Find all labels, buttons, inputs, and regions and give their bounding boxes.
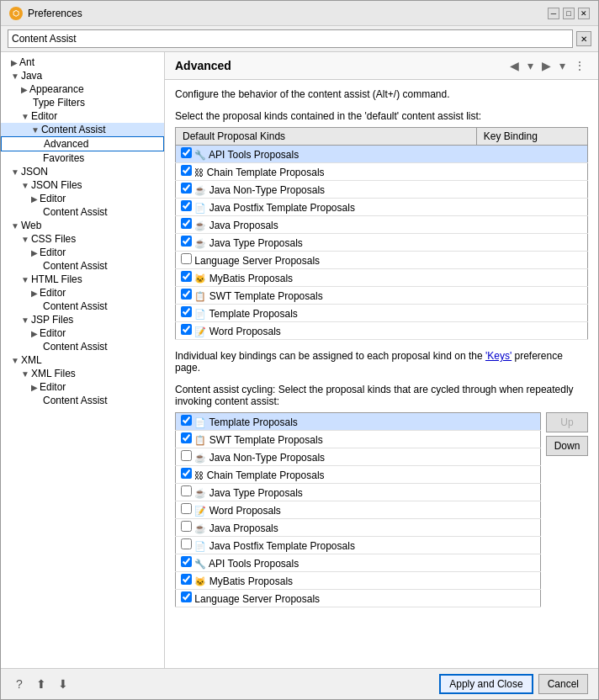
list-item[interactable]: 📄 Template Proposals (176, 413, 541, 431)
sidebar-item-json-files[interactable]: ▼ JSON Files (1, 178, 164, 192)
cycling-icon: ☕ (194, 488, 206, 498)
cycling-checkbox-9[interactable] (181, 574, 192, 585)
keys-link[interactable]: 'Keys' (485, 350, 512, 362)
down-button[interactable]: Down (546, 436, 588, 456)
cycling-checkbox-1[interactable] (181, 432, 192, 443)
list-item[interactable]: Language Server Proposals (176, 590, 541, 607)
sidebar-item-xml-content-assist[interactable]: Content Assist (1, 394, 164, 407)
forward-button[interactable]: ▶ (539, 59, 554, 72)
minimize-button[interactable]: ─ (548, 8, 559, 19)
window-controls: ─ □ ✕ (548, 8, 590, 19)
table-row[interactable]: 📝 Word Proposals (176, 322, 588, 340)
sidebar-item-html-files[interactable]: ▼ HTML Files (1, 273, 164, 286)
sidebar-item-ant[interactable]: ▶ Ant (1, 56, 164, 69)
up-button[interactable]: Up (546, 412, 588, 432)
table-row[interactable]: ☕ Java Non-Type Proposals (176, 181, 588, 199)
list-item[interactable]: 🐱 MyBatis Proposals (176, 572, 541, 590)
list-item[interactable]: 📋 SWT Template Proposals (176, 431, 541, 448)
sidebar-item-jsp-editor[interactable]: ▶ Editor (1, 326, 164, 340)
back-button[interactable]: ◀ (507, 59, 522, 72)
cancel-button[interactable]: Cancel (538, 674, 588, 694)
table-row[interactable]: 🐱 MyBatis Proposals (176, 269, 588, 287)
sidebar-item-jsp-files[interactable]: ▼ JSP Files (1, 313, 164, 326)
proposal-checkbox-9[interactable] (181, 306, 192, 317)
cycling-checkbox-4[interactable] (181, 485, 192, 496)
proposal-checkbox-8[interactable] (181, 289, 192, 300)
table-row[interactable]: ☕ Java Proposals (176, 216, 588, 234)
sidebar-item-appearance[interactable]: ▶ Appearance (1, 82, 164, 96)
export-icon[interactable]: ⬇ (55, 676, 72, 692)
bottom-buttons: Apply and Close Cancel (439, 674, 588, 694)
help-icon[interactable]: ? (11, 676, 28, 692)
table-row[interactable]: ⛓ Chain Template Proposals (176, 163, 588, 181)
list-item[interactable]: 🔧 API Tools Proposals (176, 554, 541, 572)
list-item[interactable]: ☕ Java Type Proposals (176, 484, 541, 501)
sidebar-item-json[interactable]: ▼ JSON (1, 165, 164, 178)
sidebar-item-html-content-assist[interactable]: Content Assist (1, 300, 164, 313)
apply-close-button[interactable]: Apply and Close (439, 674, 533, 694)
cycling-checkbox-3[interactable] (181, 468, 192, 479)
menu-button[interactable]: ⋮ (571, 59, 588, 72)
table-row[interactable]: 📄 Template Proposals (176, 305, 588, 322)
sidebar-item-json-editor[interactable]: ▶ Editor (1, 192, 164, 205)
proposal-checkbox-7[interactable] (181, 271, 192, 282)
cycling-checkbox-2[interactable] (181, 450, 192, 461)
sidebar-item-css-files[interactable]: ▼ CSS Files (1, 232, 164, 246)
proposal-key (476, 146, 587, 163)
sidebar-item-type-filters[interactable]: Type Filters (1, 96, 164, 109)
proposal-label: Word Proposals (209, 326, 281, 337)
content-assist-arrow: ▼ (31, 125, 40, 135)
sidebar-item-html-editor[interactable]: ▶ Editor (1, 286, 164, 300)
table-row[interactable]: 📄 Java Postfix Template Proposals (176, 199, 588, 216)
cycling-checkbox-10[interactable] (181, 591, 192, 602)
proposal-checkbox-0[interactable] (181, 147, 192, 158)
panel-title: Advanced (175, 59, 231, 72)
list-item[interactable]: ☕ Java Non-Type Proposals (176, 448, 541, 466)
cycling-checkbox-7[interactable] (181, 538, 192, 549)
sidebar-item-css-content-assist[interactable]: Content Assist (1, 259, 164, 273)
sidebar-item-xml-files[interactable]: ▼ XML Files (1, 367, 164, 380)
cycling-checkbox-0[interactable] (181, 415, 192, 426)
json-arrow: ▼ (11, 167, 19, 177)
sidebar-item-json-content-assist[interactable]: Content Assist (1, 205, 164, 219)
proposal-label: Template Proposals (209, 308, 297, 320)
cycling-checkbox-8[interactable] (181, 556, 192, 567)
table-row[interactable]: 📋 SWT Template Proposals (176, 287, 588, 305)
table-row[interactable]: 🔧 API Tools Proposals (176, 146, 588, 163)
table-row[interactable]: Language Server Proposals (176, 252, 588, 269)
cycling-label: Java Type Proposals (209, 487, 303, 499)
sidebar-item-advanced[interactable]: Advanced (1, 136, 164, 151)
proposal-checkbox-5[interactable] (181, 236, 192, 247)
cycling-icon: 📄 (194, 417, 206, 427)
proposal-checkbox-1[interactable] (181, 165, 192, 176)
maximize-button[interactable]: □ (563, 8, 575, 19)
proposal-checkbox-6[interactable] (181, 253, 192, 264)
proposal-checkbox-2[interactable] (181, 183, 192, 194)
app-icon: ⬡ (9, 7, 23, 20)
sidebar-item-xml-editor[interactable]: ▶ Editor (1, 380, 164, 394)
sidebar-item-favorites[interactable]: Favorites (1, 151, 164, 165)
sidebar-item-css-editor[interactable]: ▶ Editor (1, 246, 164, 259)
sidebar-item-xml[interactable]: ▼ XML (1, 353, 164, 367)
cycling-checkbox-6[interactable] (181, 521, 192, 532)
list-item[interactable]: 📝 Word Proposals (176, 501, 541, 519)
sidebar-item-jsp-content-assist[interactable]: Content Assist (1, 340, 164, 353)
proposal-checkbox-10[interactable] (181, 324, 192, 335)
table-row[interactable]: ☕ Java Type Proposals (176, 234, 588, 252)
sidebar-item-java[interactable]: ▼ Java (1, 69, 164, 82)
list-item[interactable]: ⛓ Chain Template Proposals (176, 466, 541, 484)
proposal-checkbox-3[interactable] (181, 200, 192, 211)
cycling-checkbox-5[interactable] (181, 503, 192, 514)
search-clear-button[interactable]: ✕ (576, 31, 591, 46)
list-item[interactable]: 📄 Java Postfix Template Proposals (176, 537, 541, 554)
sidebar-item-editor[interactable]: ▼ Editor (1, 109, 164, 123)
title-bar: ⬡ Preferences ─ □ ✕ (1, 1, 598, 26)
json-editor-arrow: ▶ (31, 194, 38, 204)
close-button[interactable]: ✕ (578, 8, 590, 19)
sidebar-item-web[interactable]: ▼ Web (1, 219, 164, 232)
search-input[interactable] (8, 29, 573, 48)
list-item[interactable]: ☕ Java Proposals (176, 519, 541, 537)
import-icon[interactable]: ⬆ (33, 676, 50, 692)
sidebar-item-content-assist[interactable]: ▼ Content Assist (1, 123, 164, 136)
proposal-checkbox-4[interactable] (181, 218, 192, 229)
